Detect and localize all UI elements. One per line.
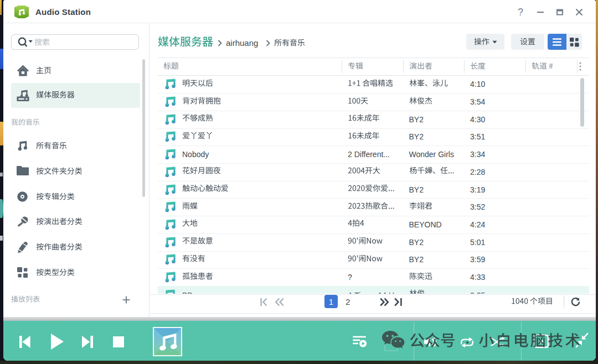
svg-text:?: ?	[518, 7, 523, 18]
